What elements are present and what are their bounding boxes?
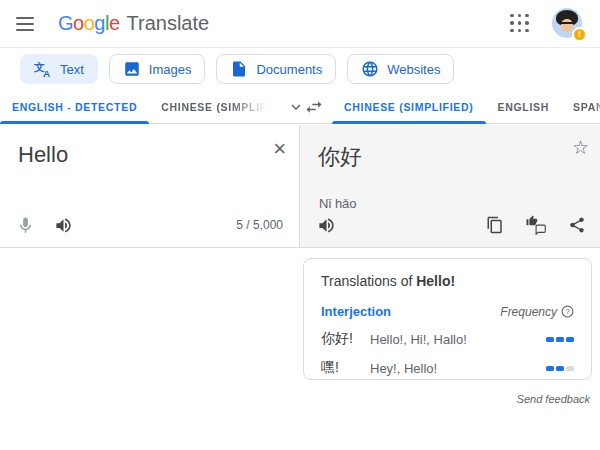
translation-panels: Hello × 5 / 5,000 你好 ☆ Nǐ h [0,125,600,248]
translations-card-title: Translations of Hello! [321,273,574,289]
translation-gloss: Hello!, Hi!, Hallo! [370,332,546,347]
tab-text-label: Text [60,62,84,77]
tab-images[interactable]: Images [109,54,206,84]
frequency-header: Frequency ? [500,305,574,319]
swap-languages-button[interactable] [300,90,332,123]
title-word: Hello! [416,273,455,289]
transliteration: Nǐ hǎo [319,196,357,211]
tab-websites-label: Websites [387,62,440,77]
tab-websites[interactable]: Websites [347,54,454,84]
account-avatar[interactable]: ! [552,8,584,40]
frequency-bars [546,366,574,371]
share-icon [568,216,586,234]
source-language-tabs: ENGLISH - DETECTED CHINESE (SIMPLIFIED) [0,90,300,123]
frequency-label: Frequency [500,305,557,319]
character-count: 5 / 5,000 [236,218,283,232]
listen-source-button[interactable] [51,213,75,237]
send-feedback-link[interactable]: Send feedback [517,393,590,405]
frequency-bars [546,337,574,342]
google-wordmark: Google [58,12,120,35]
google-translate-page: GoogleTranslate ! 文 A Text Images [0,0,600,450]
source-text[interactable]: Hello [18,142,68,168]
svg-text:A: A [43,68,50,78]
target-language-tabs: CHINESE (SIMPLIFIED) ENGLISH SPANISH [300,90,600,123]
app-header: GoogleTranslate ! [0,0,600,48]
source-lang-label: CHINESE (SIMPLIFIED) [161,101,269,113]
target-lang-english[interactable]: ENGLISH [486,90,562,123]
source-lang-chinese[interactable]: CHINESE (SIMPLIFIED) [149,90,281,123]
translations-card: Translations of Hello! Interjection Freq… [303,258,592,380]
target-text-panel: 你好 ☆ Nǐ hǎo [300,125,600,248]
translate-icon: 文 A [34,60,52,78]
svg-text:?: ? [565,307,569,316]
tab-documents[interactable]: Documents [216,54,336,84]
listen-translation-button[interactable] [314,213,338,237]
swap-horizontal-icon [304,97,324,117]
source-lang-english-detected[interactable]: ENGLISH - DETECTED [0,90,149,123]
document-icon [230,60,248,78]
account-alert-badge: ! [572,27,587,42]
speaker-icon [317,216,336,235]
mode-tabs: 文 A Text Images Documents Websites [0,48,600,90]
microphone-icon [16,216,35,235]
target-lang-label: CHINESE (SIMPLIFIED) [344,101,474,113]
translated-text: 你好 [318,142,362,172]
translation-row[interactable]: 你好! Hello!, Hi!, Hallo! [321,330,574,348]
speaker-icon [54,216,73,235]
title-prefix: Translations of [321,273,416,289]
source-lang-label: ENGLISH - DETECTED [12,101,137,113]
language-bar: ENGLISH - DETECTED CHINESE (SIMPLIFIED) … [0,90,600,124]
part-of-speech-link[interactable]: Interjection [321,304,391,319]
target-lang-spanish[interactable]: SPANISH [561,90,600,123]
copy-icon [486,216,504,234]
product-name: Translate [127,12,210,35]
translation-word: 嘿! [321,359,370,377]
tab-images-label: Images [149,62,192,77]
globe-icon [361,60,379,78]
translation-row[interactable]: 嘿! Hey!, Hello! [321,359,574,377]
clear-source-text-button[interactable]: × [273,138,286,160]
image-icon [123,60,141,78]
share-translation-button[interactable] [565,213,589,237]
copy-translation-button[interactable] [483,213,507,237]
target-lang-label: SPANISH [573,101,600,113]
source-text-panel[interactable]: Hello × 5 / 5,000 [0,125,300,248]
save-translation-star-button[interactable]: ☆ [572,138,589,157]
tab-text[interactable]: 文 A Text [20,54,98,84]
tab-documents-label: Documents [256,62,322,77]
target-lang-label: ENGLISH [498,101,550,113]
microphone-button[interactable] [13,213,37,237]
google-apps-icon[interactable] [510,14,530,34]
target-lang-chinese-simplified[interactable]: CHINESE (SIMPLIFIED) [332,90,486,123]
hamburger-menu-icon[interactable] [16,12,40,36]
translation-word: 你好! [321,330,370,348]
help-circle-icon[interactable]: ? [561,305,574,318]
translation-gloss: Hey!, Hello! [370,361,546,376]
thumbs-feedback-icon [526,215,546,235]
google-translate-logo[interactable]: GoogleTranslate [58,12,209,35]
rate-translation-button[interactable] [524,213,548,237]
